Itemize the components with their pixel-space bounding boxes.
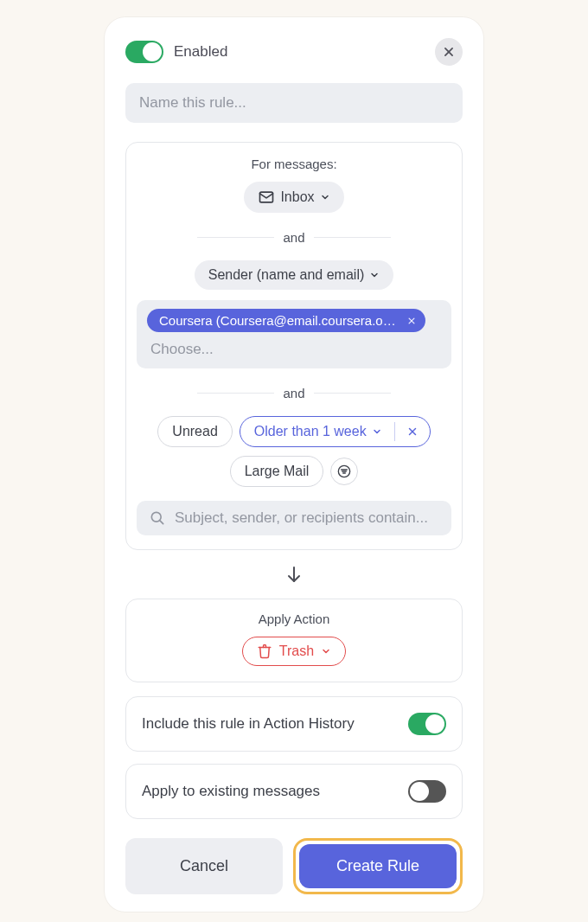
choose-input[interactable]: Choose... xyxy=(147,332,441,360)
mailbox-selector[interactable]: Inbox xyxy=(244,182,343,213)
rule-modal: Enabled For messages: Inbox and Sender (… xyxy=(105,17,483,912)
conditions-box: For messages: Inbox and Sender (name and… xyxy=(125,142,463,550)
svg-line-12 xyxy=(160,521,163,524)
search-input[interactable] xyxy=(175,509,439,527)
close-icon xyxy=(407,317,416,325)
older-filter-pill[interactable]: Older than 1 week xyxy=(240,416,431,447)
sender-chip-remove[interactable] xyxy=(405,314,419,328)
close-button[interactable] xyxy=(435,38,463,66)
enabled-label: Enabled xyxy=(174,43,227,61)
older-label: Older than 1 week xyxy=(254,424,367,439)
older-filter-remove[interactable] xyxy=(404,426,421,437)
unread-filter-pill[interactable]: Unread xyxy=(157,416,232,447)
footer: Cancel Create Rule xyxy=(125,838,463,894)
action-box: Apply Action Trash xyxy=(125,599,463,682)
filter-options-button[interactable] xyxy=(330,458,358,485)
and-label: and xyxy=(283,386,304,400)
sender-chip-text: Coursera (Coursera@email.coursera.o… xyxy=(159,313,396,328)
action-history-toggle[interactable] xyxy=(408,713,446,735)
search-icon xyxy=(149,509,166,527)
create-rule-highlight: Create Rule xyxy=(293,838,463,894)
sender-chip[interactable]: Coursera (Coursera@email.coursera.o… xyxy=(147,309,425,332)
enabled-group: Enabled xyxy=(125,41,227,63)
and-divider: and xyxy=(137,386,451,400)
chevron-down-icon xyxy=(372,426,382,437)
close-icon xyxy=(443,46,455,58)
for-messages-label: For messages: xyxy=(137,157,451,171)
search-row[interactable] xyxy=(137,501,451,535)
filter-icon xyxy=(337,464,351,478)
trash-label: Trash xyxy=(279,643,314,659)
sender-chip-block: Coursera (Coursera@email.coursera.o… Cho… xyxy=(137,300,451,368)
trash-icon xyxy=(257,643,272,659)
rule-name-input[interactable] xyxy=(125,83,463,123)
apply-action-label: Apply Action xyxy=(137,611,451,626)
apply-existing-toggle[interactable] xyxy=(408,780,446,803)
trash-action-pill[interactable]: Trash xyxy=(242,637,346,666)
large-mail-label: Large Mail xyxy=(245,464,310,479)
apply-existing-label: Apply to existing messages xyxy=(142,783,320,800)
and-divider: and xyxy=(137,230,451,245)
action-history-label: Include this rule in Action History xyxy=(142,715,355,733)
modal-header: Enabled xyxy=(125,38,463,66)
mailbox-label: Inbox xyxy=(280,189,314,205)
and-label: and xyxy=(283,230,304,245)
flow-arrow xyxy=(125,564,463,585)
cancel-button[interactable]: Cancel xyxy=(125,838,283,894)
chevron-down-icon xyxy=(320,192,330,202)
chevron-down-icon xyxy=(369,270,380,280)
unread-label: Unread xyxy=(172,424,217,439)
inbox-icon xyxy=(258,189,275,206)
enabled-toggle[interactable] xyxy=(125,41,163,63)
large-mail-pill[interactable]: Large Mail xyxy=(230,456,324,487)
sender-filter-label: Sender (name and email) xyxy=(208,267,365,283)
create-rule-button[interactable]: Create Rule xyxy=(299,844,457,888)
apply-existing-row: Apply to existing messages xyxy=(125,764,463,819)
chevron-down-icon xyxy=(321,646,331,656)
action-history-row: Include this rule in Action History xyxy=(125,696,463,752)
sender-filter-selector[interactable]: Sender (name and email) xyxy=(195,260,394,290)
close-icon xyxy=(407,426,418,437)
arrow-down-icon xyxy=(284,564,304,585)
